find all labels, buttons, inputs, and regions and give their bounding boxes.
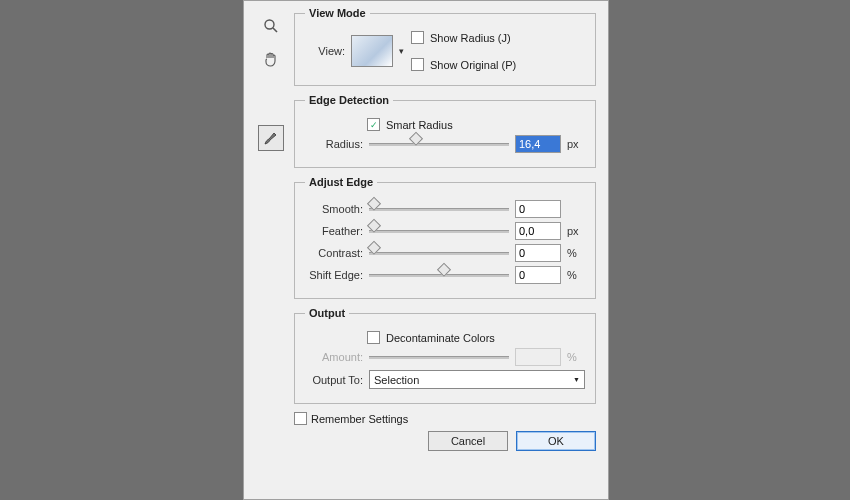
decontaminate-checkbox[interactable]: Decontaminate Colors	[367, 331, 585, 344]
ok-button[interactable]: OK	[516, 431, 596, 451]
output-group: Output Decontaminate Colors Amount: % Ou…	[294, 307, 596, 404]
radius-input[interactable]	[515, 135, 561, 153]
smooth-input[interactable]	[515, 200, 561, 218]
feather-slider[interactable]	[369, 225, 509, 237]
shift-edge-unit: %	[567, 269, 585, 281]
edge-detection-legend: Edge Detection	[305, 94, 393, 106]
shift-edge-label: Shift Edge:	[305, 269, 363, 281]
contrast-label: Contrast:	[305, 247, 363, 259]
remember-settings-checkbox[interactable]: Remember Settings	[294, 412, 596, 425]
contrast-unit: %	[567, 247, 585, 259]
decontaminate-label: Decontaminate Colors	[386, 332, 495, 344]
output-to-label: Output To:	[305, 374, 363, 386]
radius-label: Radius:	[305, 138, 363, 150]
radius-slider[interactable]	[369, 138, 509, 150]
amount-unit: %	[567, 351, 585, 363]
refine-edge-dialog: View Mode View: Show Radius (J) Show Ori…	[243, 0, 609, 500]
view-dropdown[interactable]	[351, 35, 393, 67]
shift-edge-slider[interactable]	[369, 269, 509, 281]
contrast-input[interactable]	[515, 244, 561, 262]
output-to-value: Selection	[374, 374, 419, 386]
show-original-label: Show Original (P)	[430, 59, 516, 71]
svg-point-0	[265, 20, 274, 29]
view-label: View:	[305, 45, 345, 57]
magnify-icon	[263, 18, 279, 34]
tool-palette	[254, 7, 288, 451]
svg-line-1	[273, 28, 277, 32]
hand-tool[interactable]	[258, 47, 284, 73]
view-mode-group: View Mode View: Show Radius (J) Show Ori…	[294, 7, 596, 86]
radius-unit: px	[567, 138, 585, 150]
output-legend: Output	[305, 307, 349, 319]
show-radius-checkbox[interactable]: Show Radius (J)	[411, 31, 516, 44]
shift-edge-input[interactable]	[515, 266, 561, 284]
feather-input[interactable]	[515, 222, 561, 240]
checkbox-icon	[411, 31, 424, 44]
edge-detection-group: Edge Detection ✓ Smart Radius Radius: px	[294, 94, 596, 168]
contrast-slider[interactable]	[369, 247, 509, 259]
feather-label: Feather:	[305, 225, 363, 237]
adjust-edge-legend: Adjust Edge	[305, 176, 377, 188]
brush-tool[interactable]	[258, 125, 284, 151]
show-radius-label: Show Radius (J)	[430, 32, 511, 44]
checkbox-icon	[411, 58, 424, 71]
adjust-edge-group: Adjust Edge Smooth: Feather: px Contrast…	[294, 176, 596, 299]
smooth-label: Smooth:	[305, 203, 363, 215]
remember-label: Remember Settings	[311, 413, 408, 425]
feather-unit: px	[567, 225, 585, 237]
checkbox-icon: ✓	[367, 118, 380, 131]
checkbox-icon	[367, 331, 380, 344]
output-to-dropdown[interactable]: Selection ▼	[369, 370, 585, 389]
amount-label: Amount:	[305, 351, 363, 363]
amount-input	[515, 348, 561, 366]
smart-radius-label: Smart Radius	[386, 119, 453, 131]
cancel-button[interactable]: Cancel	[428, 431, 508, 451]
amount-slider	[369, 351, 509, 363]
smooth-slider[interactable]	[369, 203, 509, 215]
view-mode-legend: View Mode	[305, 7, 370, 19]
brush-icon	[262, 129, 280, 147]
magnify-tool[interactable]	[258, 13, 284, 39]
chevron-down-icon: ▼	[573, 376, 580, 383]
hand-icon	[262, 51, 280, 69]
checkbox-icon	[294, 412, 307, 425]
show-original-checkbox[interactable]: Show Original (P)	[411, 58, 516, 71]
smart-radius-checkbox[interactable]: ✓ Smart Radius	[367, 118, 585, 131]
